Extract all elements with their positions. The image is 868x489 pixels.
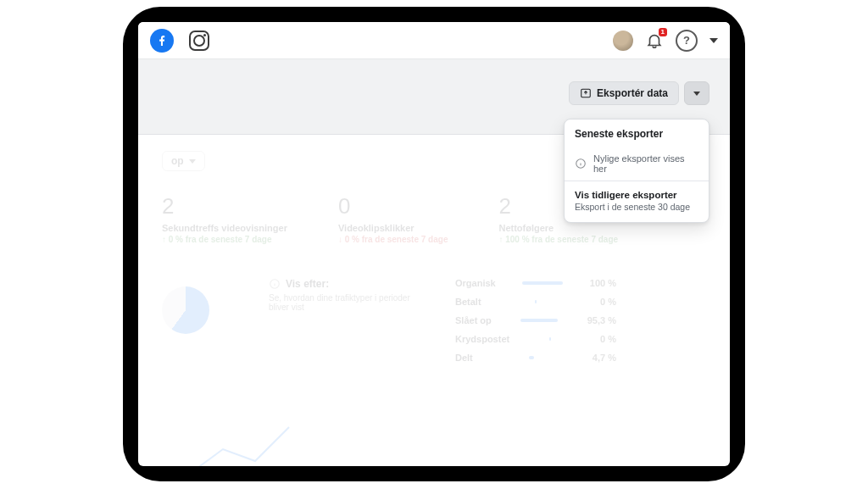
stat-label: Sekundtreffs videovisninger — [162, 223, 287, 233]
tablet-frame: 1 ? Eksportér data — [123, 7, 745, 481]
breakdown-row: Slået op 95,3 % — [455, 315, 616, 325]
breakdown-bar — [535, 300, 537, 303]
stat-label: Nettofølgere — [498, 223, 618, 233]
breakdown-label: Slået op — [455, 315, 492, 325]
export-button[interactable]: Eksportér data — [569, 81, 679, 105]
stat-delta: ↑ 0 % fra de seneste 7 dage — [162, 235, 287, 244]
notification-badge: 1 — [659, 28, 667, 36]
breakdown-bar — [522, 281, 563, 285]
avatar[interactable] — [613, 31, 633, 51]
breakdown-bar — [520, 319, 558, 322]
breakdown-label: Delt — [455, 353, 473, 363]
breakdown-value: 0 % — [591, 334, 616, 344]
breakdown-value: 4,7 % — [591, 353, 616, 363]
breakdown-row: Organisk 100 % — [455, 278, 616, 288]
export-dropdown-panel: Seneste eksporter Nylige eksporter vises… — [564, 119, 709, 223]
breakdown-row: Delt 4,7 % — [455, 353, 616, 363]
info-title: Vis efter: — [286, 278, 329, 290]
dropdown-empty-text: Nylige eksporter vises her — [593, 153, 698, 174]
stat-delta: ↓ 0 % fra de seneste 7 dage — [338, 235, 448, 244]
breakdown-bar — [529, 356, 534, 359]
chevron-down-icon — [189, 159, 196, 164]
breakdown-value: 95,3 % — [587, 315, 616, 325]
info-icon — [269, 278, 281, 290]
screen: 1 ? Eksportér data — [138, 22, 730, 466]
tablet-bezel: 1 ? Eksportér data — [131, 15, 737, 473]
info-icon — [575, 158, 587, 169]
stat-card: 2 Sekundtreffs videovisninger ↑ 0 % fra … — [162, 193, 287, 244]
pie-chart — [162, 286, 209, 334]
dropdown-empty-row: Nylige eksporter vises her — [565, 147, 709, 181]
breakdown-bar — [549, 337, 551, 341]
dropdown-link-desc: Eksport i de seneste 30 dage — [575, 202, 698, 212]
stat-label: Videoklipsklikker — [338, 223, 448, 233]
help-icon[interactable]: ? — [676, 30, 698, 52]
breakdown-value: 0 % — [591, 297, 616, 307]
export-button-label: Eksportér data — [597, 87, 668, 99]
instagram-icon[interactable] — [189, 31, 209, 51]
info-sub: Se, hvordan dine trafiktyper i perioder … — [269, 293, 421, 312]
chevron-down-icon — [693, 92, 700, 96]
breakdown-label: Betalt — [455, 297, 481, 307]
stat-card: 0 Videoklipsklikker ↓ 0 % fra de seneste… — [338, 193, 448, 244]
facebook-icon[interactable] — [150, 29, 174, 53]
toolbar: Eksportér data Seneste eksporter Nylige … — [138, 59, 730, 135]
mid-row: Vis efter: Se, hvordan dine trafiktyper … — [162, 278, 706, 363]
breakdown-label: Krydspostet — [455, 334, 509, 344]
export-group: Eksportér data — [569, 81, 709, 105]
account-menu-caret[interactable] — [709, 38, 718, 43]
stat-delta: ↑ 100 % fra de seneste 7 dage — [498, 235, 618, 244]
breakdown-label: Organisk — [455, 278, 496, 288]
info-block: Vis efter: Se, hvordan dine trafiktyper … — [269, 278, 421, 312]
breakdown-row: Betalt 0 % — [455, 297, 616, 307]
breakdown-row: Krydspostet 0 % — [455, 334, 616, 344]
page-selector[interactable]: op — [162, 151, 205, 171]
breakdown-list: Organisk 100 % Betalt 0 % Slået op — [455, 278, 616, 363]
svg-point-2 — [270, 280, 280, 289]
breakdown-value: 100 % — [590, 278, 616, 288]
header-right: 1 ? — [613, 30, 718, 52]
line-chart — [189, 424, 291, 466]
stat-value: 0 — [338, 193, 448, 219]
stat-value: 2 — [162, 193, 287, 219]
export-dropdown-toggle[interactable] — [684, 81, 709, 105]
dropdown-link-title: Vis tidligere eksporter — [575, 190, 698, 200]
page-selector-label: op — [171, 155, 184, 167]
app-header: 1 ? — [138, 22, 730, 59]
dropdown-title: Seneste eksporter — [565, 119, 709, 147]
export-icon — [580, 87, 592, 99]
dropdown-history-link[interactable]: Vis tidligere eksporter Eksport i de sen… — [565, 181, 709, 222]
notifications-button[interactable]: 1 — [645, 31, 664, 50]
